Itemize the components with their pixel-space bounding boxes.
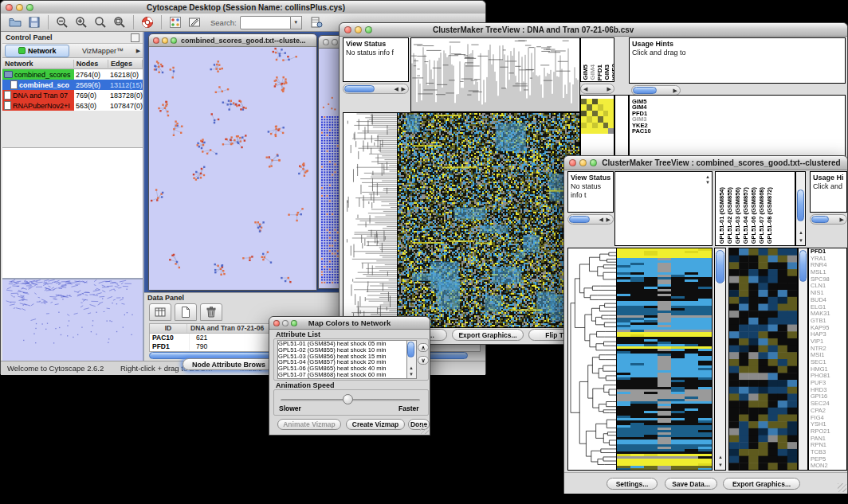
matrix-cell[interactable] bbox=[608, 128, 614, 134]
zoom-button[interactable] bbox=[365, 26, 372, 33]
zoom-button[interactable] bbox=[171, 37, 177, 44]
trash-icon[interactable] bbox=[200, 303, 222, 321]
matrix-cell[interactable] bbox=[598, 111, 603, 116]
matrix-cell[interactable] bbox=[592, 99, 598, 104]
matrix-cell[interactable] bbox=[598, 104, 603, 110]
gene-label[interactable]: MON2 bbox=[811, 463, 846, 470]
network-canvas[interactable] bbox=[149, 46, 315, 288]
minimize-button[interactable] bbox=[16, 4, 23, 11]
array-label[interactable]: GPL51-01 (GSM854) bbox=[719, 187, 725, 244]
close-button[interactable] bbox=[6, 4, 13, 11]
matrix-cell[interactable] bbox=[592, 123, 598, 128]
close-button[interactable] bbox=[569, 159, 576, 166]
minimize-button[interactable] bbox=[162, 37, 168, 44]
array-label[interactable]: GIM5 bbox=[583, 64, 589, 80]
network-tree-area[interactable] bbox=[2, 147, 143, 279]
scroll-left-arrow[interactable]: ◀ bbox=[599, 217, 603, 223]
matrix-cell[interactable] bbox=[581, 116, 587, 122]
matrix-cell[interactable] bbox=[603, 128, 609, 134]
open-folder-icon[interactable] bbox=[6, 14, 25, 31]
speed-slider-thumb[interactable] bbox=[343, 394, 353, 404]
move-down-button[interactable]: ∨ bbox=[418, 356, 429, 365]
matrix-cell[interactable] bbox=[581, 99, 587, 104]
matrix-cell[interactable] bbox=[587, 123, 592, 128]
tv1-gene-dendrogram[interactable] bbox=[343, 112, 398, 328]
resize-grip[interactable] bbox=[420, 425, 429, 434]
tv2-detail-heatmap[interactable] bbox=[728, 248, 798, 471]
zoom-button[interactable] bbox=[590, 159, 597, 166]
matrix-cell[interactable] bbox=[608, 104, 614, 110]
tv1-array-dendrogram[interactable] bbox=[410, 37, 580, 112]
zoom-selected-icon[interactable] bbox=[91, 14, 110, 31]
close-button[interactable] bbox=[153, 37, 159, 44]
array-label[interactable]: GPL51-07 (GSM868) bbox=[759, 187, 765, 244]
attribute-list-scrollbar[interactable]: ▲ ▼ bbox=[406, 340, 417, 379]
attribute-list[interactable]: GPL51-01 (GSM854) heat shock 05 minGPL51… bbox=[277, 340, 408, 379]
array-label[interactable]: GPL51-04 (GSM857) bbox=[743, 187, 749, 244]
scroll-up-arrow[interactable]: ▲ bbox=[409, 365, 414, 371]
table-tab-icon[interactable] bbox=[149, 303, 171, 321]
scroll-left-arrow[interactable]: ◀ bbox=[395, 86, 398, 92]
scroll-down-arrow[interactable]: ▼ bbox=[409, 371, 414, 377]
table-row[interactable]: combined_sco2569(6)13112(15) bbox=[2, 80, 143, 90]
matrix-cell[interactable] bbox=[608, 123, 614, 128]
cytoscape-titlebar[interactable]: Cytoscape Desktop (Session Name: collins… bbox=[1, 1, 485, 14]
matrix-cell[interactable] bbox=[592, 111, 598, 116]
attribute-list-item[interactable]: GPL51-07 (GSM868) heat shock 60 min bbox=[278, 372, 407, 378]
network-table-icon[interactable] bbox=[307, 14, 326, 31]
matrix-cell[interactable] bbox=[592, 116, 598, 122]
scroll-left-arrow[interactable]: ◀ bbox=[583, 86, 587, 92]
matrix-cell[interactable] bbox=[603, 111, 609, 116]
network-view-titlebar[interactable]: combined_scores_good.txt--cluste... bbox=[149, 34, 316, 47]
move-up-button[interactable]: ∧ bbox=[418, 343, 429, 352]
tv1-column-labels[interactable]: GIM5GIM4PFD1GIM3YKE2PAC10 bbox=[580, 37, 614, 82]
zoom-fit-icon[interactable] bbox=[110, 14, 129, 31]
scroll-down-arrow[interactable]: ▼ bbox=[718, 462, 723, 468]
scroll-down-arrow[interactable]: ▼ bbox=[705, 179, 710, 186]
gene-label[interactable]: PAC10 bbox=[632, 128, 651, 134]
network-name-cell[interactable]: combined_scores bbox=[2, 69, 74, 80]
resize-grip[interactable] bbox=[838, 483, 846, 492]
minimize-button[interactable] bbox=[332, 39, 338, 45]
array-label[interactable]: YKE2 bbox=[611, 64, 614, 80]
matrix-cell[interactable] bbox=[587, 128, 592, 134]
zoom-in-icon[interactable] bbox=[72, 14, 91, 31]
column-header[interactable]: Nodes bbox=[74, 60, 108, 68]
matrix-cell[interactable] bbox=[581, 128, 587, 134]
close-button[interactable] bbox=[323, 39, 329, 45]
network-name-cell[interactable]: RNAPuberNov2+I bbox=[2, 100, 74, 111]
tv2-heatmap[interactable] bbox=[616, 248, 713, 471]
array-label[interactable]: GIM3 bbox=[604, 64, 610, 80]
treeview2-titlebar[interactable]: ClusterMaker TreeView : combined_scores_… bbox=[564, 156, 847, 170]
scroll-right-arrow[interactable]: ▶ bbox=[840, 217, 844, 223]
scroll-right-arrow[interactable]: ▶ bbox=[607, 86, 611, 92]
minimize-button[interactable] bbox=[355, 26, 362, 33]
create-vizmap-button[interactable]: Create Vizmap bbox=[346, 419, 405, 430]
dialog-titlebar[interactable]: Map Colors to Network bbox=[269, 317, 430, 330]
tv1-collabel-scrollbar[interactable]: ◀ ▶ bbox=[580, 84, 614, 94]
matrix-cell[interactable] bbox=[608, 99, 614, 104]
minimize-button[interactable] bbox=[282, 320, 289, 326]
network-name-cell[interactable]: combined_sco bbox=[2, 80, 74, 90]
table-row[interactable]: combined_scores2764(0)16218(0) bbox=[2, 69, 143, 80]
matrix-cell[interactable] bbox=[581, 123, 587, 128]
new-doc-icon[interactable] bbox=[175, 303, 197, 321]
tv2-column-labels[interactable]: GPL51-01 (GSM854)GPL51-02 (GSM855)GPL51-… bbox=[715, 171, 795, 246]
matrix-cell[interactable] bbox=[587, 111, 592, 116]
matrix-cell[interactable] bbox=[587, 99, 592, 104]
vizmapper-icon[interactable] bbox=[166, 14, 185, 31]
scroll-up-arrow[interactable]: ▲ bbox=[718, 454, 723, 460]
tv1-status-scrollbar[interactable]: ◀ ▶ bbox=[343, 84, 409, 94]
scroll-right-arrow[interactable]: ▶ bbox=[402, 86, 406, 92]
matrix-cell[interactable] bbox=[603, 116, 609, 122]
matrix-cell[interactable] bbox=[598, 123, 603, 128]
node-attribute-browser-button[interactable]: Node Attribute Brows bbox=[183, 358, 275, 370]
tv2-gene-labels[interactable]: PFD1YRA1RNR4MSL1SPC98CLN1NIS1BUD4ELG1MAK… bbox=[808, 248, 847, 471]
search-dropdown-arrow[interactable]: ▼ bbox=[291, 16, 302, 29]
close-button[interactable] bbox=[273, 320, 280, 326]
search-input[interactable] bbox=[240, 16, 291, 29]
array-label[interactable]: GPL51-03 (GSM856) bbox=[735, 187, 741, 244]
column-header[interactable]: Edges bbox=[108, 60, 143, 68]
tab-network[interactable]: Network bbox=[5, 45, 69, 57]
tv2-collabel-scrollbar[interactable]: ▲ ▼ bbox=[795, 171, 806, 246]
